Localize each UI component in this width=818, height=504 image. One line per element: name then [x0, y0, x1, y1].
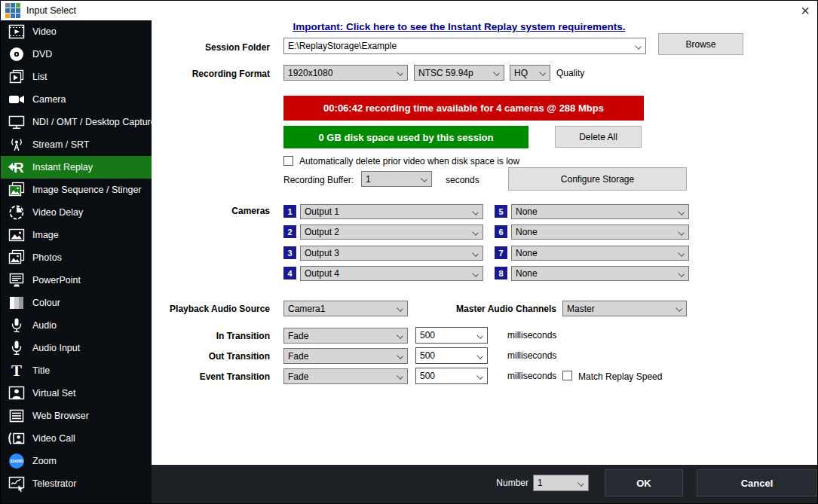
- master-audio-channels-combobox[interactable]: Master: [562, 301, 687, 316]
- sidebar-item-photos[interactable]: Photos: [1, 246, 152, 269]
- sidebar-item-label: List: [32, 72, 47, 82]
- sidebar-item-stream-srt[interactable]: Stream / SRT: [1, 133, 152, 156]
- sidebar-item-video[interactable]: Video: [1, 20, 152, 43]
- zoom-icon: zoom: [7, 452, 26, 470]
- camera-2-combobox[interactable]: Output 2: [300, 225, 483, 240]
- chevron-down-icon: [472, 209, 479, 215]
- sidebar-item-web-browser[interactable]: Web Browser: [1, 405, 152, 427]
- camera-8-combobox[interactable]: None: [511, 266, 689, 281]
- sidebar-item-colour[interactable]: Colour: [1, 292, 152, 314]
- number-label: Number: [483, 478, 528, 488]
- presentation-icon: [7, 271, 26, 289]
- resolution-combobox[interactable]: 1920x1080: [283, 65, 408, 81]
- auto-delete-checkbox[interactable]: [283, 156, 293, 166]
- sidebar-item-telestrator[interactable]: Telestrator: [1, 472, 152, 495]
- title-t-icon: T: [7, 362, 26, 380]
- session-folder-combobox[interactable]: E:\ReplayStorage\Example: [283, 38, 646, 54]
- chevron-down-icon: [635, 44, 642, 49]
- sidebar-item-ndi-omt-desktop-capture[interactable]: NDI / OMT / Desktop Capture: [1, 111, 152, 133]
- playback-audio-source-combobox[interactable]: Camera1: [283, 301, 408, 316]
- sidebar-item-video-call[interactable]: Video Call: [1, 427, 152, 450]
- camera-number-badge: 4: [283, 267, 296, 279]
- out-transition-effect-combobox[interactable]: Fade: [283, 348, 408, 364]
- sidebar-item-audio-input[interactable]: Audio Input: [1, 337, 152, 359]
- match-replay-speed-label: Match Replay Speed: [578, 371, 662, 382]
- configure-storage-button[interactable]: Configure Storage: [508, 167, 687, 191]
- svg-text:T: T: [11, 362, 22, 380]
- sidebar-item-label: DVD: [32, 49, 52, 60]
- camera-1-combobox[interactable]: Output 1: [300, 204, 483, 219]
- camera-3-combobox[interactable]: Output 3: [300, 246, 483, 261]
- sidebar-item-audio[interactable]: Audio: [1, 314, 152, 337]
- sidebar-item-zoom[interactable]: zoom Zoom: [1, 450, 152, 472]
- svg-text:zoom: zoom: [11, 458, 23, 463]
- sidebar-item-label: Colour: [32, 298, 60, 308]
- chevron-down-icon: [476, 333, 484, 338]
- camera-4-combobox[interactable]: Output 4: [300, 266, 483, 281]
- sidebar-item-virtual-set[interactable]: Virtual Set: [1, 382, 152, 405]
- system-requirements-link[interactable]: Important: Click here to see the Instant…: [267, 21, 651, 32]
- close-icon[interactable]: ×: [801, 2, 810, 20]
- event-transition-duration-combobox[interactable]: 500: [415, 368, 488, 384]
- chevron-down-icon: [676, 306, 683, 311]
- event-transition-effect-combobox[interactable]: Fade: [283, 368, 408, 384]
- sidebar-item-video-delay[interactable]: Video Delay: [1, 201, 152, 224]
- chevron-down-icon: [397, 374, 404, 379]
- dvd-icon: [7, 45, 26, 63]
- recording-buffer-combobox[interactable]: 1: [361, 171, 432, 187]
- sidebar-item-camera[interactable]: Camera: [1, 88, 152, 111]
- sidebar-item-label: Photos: [32, 252, 62, 263]
- sidebar-item-dvd[interactable]: DVD: [1, 43, 152, 66]
- sidebar-item-powerpoint[interactable]: PowerPoint: [1, 269, 152, 292]
- sidebar-item-list[interactable]: List: [1, 66, 152, 88]
- sidebar-item-image-sequence-stinger[interactable]: Image Sequence / Stinger: [1, 179, 152, 201]
- svg-text:R: R: [14, 160, 24, 176]
- sidebar-item-instant-replay[interactable]: R Instant Replay: [1, 156, 152, 179]
- video-call-icon: [7, 429, 26, 447]
- chevron-down-icon: [539, 70, 547, 75]
- image-stack-icon: [7, 181, 26, 199]
- microphone-icon: [7, 339, 26, 357]
- cameras-label: Cameras: [152, 206, 270, 216]
- camera-number-badge: 1: [283, 205, 296, 218]
- chevron-down-icon: [397, 306, 404, 311]
- sidebar-item-label: Image Sequence / Stinger: [32, 185, 142, 195]
- camera-7-combobox[interactable]: None: [511, 246, 689, 261]
- milliseconds-label: milliseconds: [507, 330, 556, 341]
- in-transition-label: In Transition: [152, 331, 270, 341]
- window-title: Input Select: [26, 5, 76, 16]
- monitor-icon: [7, 113, 26, 131]
- browse-button[interactable]: Browse: [658, 33, 743, 55]
- sidebar-item-label: Image: [32, 230, 59, 240]
- sidebar-item-label: NDI / OMT / Desktop Capture: [32, 117, 156, 127]
- camera-6-combobox[interactable]: None: [511, 225, 689, 240]
- sidebar-item-label: Camera: [32, 94, 66, 105]
- virtual-set-icon: [7, 384, 26, 402]
- out-transition-duration-combobox[interactable]: 500: [415, 347, 488, 364]
- ok-button[interactable]: OK: [605, 469, 683, 496]
- sidebar-item-label: Audio Input: [32, 343, 80, 353]
- chevron-down-icon: [476, 374, 484, 379]
- cancel-button[interactable]: Cancel: [697, 469, 817, 496]
- auto-delete-label: Automatically delete prior video when di…: [299, 156, 519, 166]
- chevron-down-icon: [472, 251, 479, 256]
- quality-combobox[interactable]: HQ: [510, 65, 550, 81]
- sidebar-item-label: Web Browser: [32, 411, 89, 421]
- chevron-down-icon: [421, 176, 428, 182]
- camera-number-badge: 7: [495, 246, 507, 259]
- sidebar-item-image[interactable]: Image: [1, 224, 152, 246]
- chevron-down-icon: [678, 209, 685, 215]
- number-combobox[interactable]: 1: [533, 475, 589, 491]
- camera-5-combobox[interactable]: None: [511, 204, 689, 219]
- match-replay-speed-checkbox[interactable]: [562, 371, 572, 380]
- in-transition-duration-combobox[interactable]: 500: [415, 327, 488, 344]
- photos-icon: [7, 249, 26, 267]
- in-transition-effect-combobox[interactable]: Fade: [283, 328, 408, 344]
- chevron-down-icon: [397, 333, 404, 338]
- sidebar-item-title[interactable]: T Title: [1, 359, 152, 382]
- camera-number-badge: 5: [495, 205, 507, 218]
- frame-rate-combobox[interactable]: NTSC 59.94p: [414, 65, 504, 81]
- delete-all-button[interactable]: Delete All: [555, 126, 642, 148]
- chevron-down-icon: [678, 251, 685, 256]
- chevron-down-icon: [678, 271, 685, 276]
